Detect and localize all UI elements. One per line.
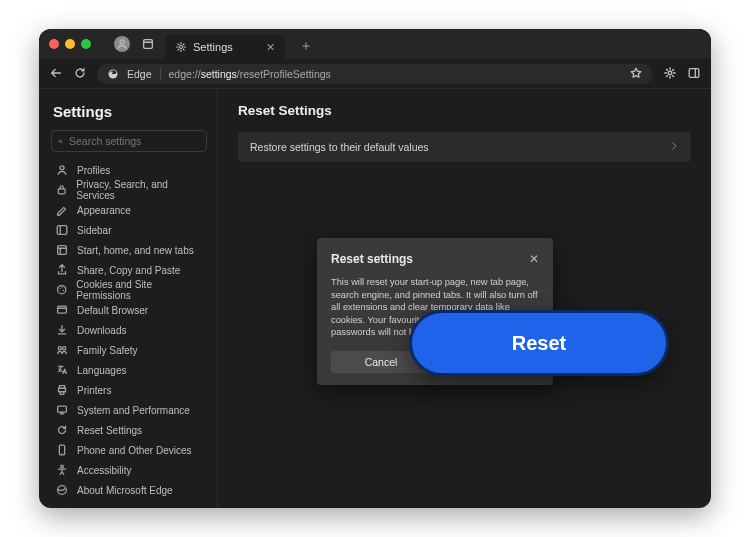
tab-close-button[interactable]: ✕ bbox=[266, 41, 275, 54]
sidebar-item-label: System and Performance bbox=[77, 405, 190, 416]
svg-rect-5 bbox=[689, 68, 699, 77]
svg-point-13 bbox=[63, 290, 64, 291]
settings-menu-button[interactable] bbox=[663, 66, 677, 82]
sidebar-item-profiles[interactable]: Profiles bbox=[51, 160, 207, 180]
start-icon bbox=[55, 243, 69, 257]
sidebar-item-label: Privacy, Search, and Services bbox=[76, 179, 203, 201]
sidebar-item-start-home-and-new-tabs[interactable]: Start, home, and new tabs bbox=[51, 240, 207, 260]
sidebar-icon bbox=[55, 223, 69, 237]
sidebar-item-phone-and-other-devices[interactable]: Phone and Other Devices bbox=[51, 440, 207, 460]
search-input[interactable] bbox=[69, 135, 200, 147]
new-tab-button[interactable]: ＋ bbox=[299, 37, 313, 55]
search-icon bbox=[58, 136, 63, 147]
back-button[interactable] bbox=[49, 66, 63, 82]
url-field[interactable]: Edge edge://settings/resetProfileSetting… bbox=[97, 64, 653, 84]
edge-icon bbox=[55, 483, 69, 497]
svg-point-21 bbox=[61, 465, 64, 468]
sidebar-item-share-copy-and-paste[interactable]: Share, Copy and Paste bbox=[51, 260, 207, 280]
svg-rect-8 bbox=[58, 189, 65, 194]
sidebar-item-label: About Microsoft Edge bbox=[77, 485, 173, 496]
sidebar-item-label: Sidebar bbox=[77, 225, 111, 236]
sidebar-item-cookies-and-site-permissions[interactable]: Cookies and Site Permissions bbox=[51, 280, 207, 300]
url-prefix: edge:// bbox=[169, 68, 201, 80]
sidebar-item-family-safety[interactable]: Family Safety bbox=[51, 340, 207, 360]
restore-defaults-label: Restore settings to their default values bbox=[250, 141, 429, 153]
sidebar-item-label: Share, Copy and Paste bbox=[77, 265, 180, 276]
sidebar-item-about-microsoft-edge[interactable]: About Microsoft Edge bbox=[51, 480, 207, 500]
system-icon bbox=[55, 403, 69, 417]
sidebar-item-printers[interactable]: Printers bbox=[51, 380, 207, 400]
phone-icon bbox=[55, 443, 69, 457]
sidebar-item-label: Cookies and Site Permissions bbox=[76, 279, 203, 301]
svg-point-20 bbox=[61, 453, 62, 454]
download-icon bbox=[55, 323, 69, 337]
svg-point-4 bbox=[668, 71, 672, 75]
reset-icon bbox=[55, 423, 69, 437]
collections-icon[interactable] bbox=[139, 35, 157, 53]
profile-icon bbox=[55, 163, 69, 177]
share-icon bbox=[55, 263, 69, 277]
restore-defaults-row[interactable]: Restore settings to their default values bbox=[238, 132, 691, 162]
gear-icon bbox=[175, 41, 187, 53]
sidebar-nav: ProfilesPrivacy, Search, and ServicesApp… bbox=[51, 160, 207, 500]
search-settings[interactable] bbox=[51, 130, 207, 152]
svg-point-16 bbox=[58, 347, 61, 350]
url-text: edge://settings/resetProfileSettings bbox=[169, 68, 331, 80]
svg-point-17 bbox=[63, 347, 66, 350]
svg-point-2 bbox=[180, 46, 183, 49]
svg-rect-9 bbox=[57, 226, 67, 235]
sidebar-item-default-browser[interactable]: Default Browser bbox=[51, 300, 207, 320]
avatar-icon[interactable] bbox=[113, 35, 131, 53]
sidebar-item-label: Family Safety bbox=[77, 345, 138, 356]
sidebar-item-label: Languages bbox=[77, 365, 127, 376]
minimize-window-button[interactable] bbox=[65, 39, 75, 49]
maximize-window-button[interactable] bbox=[81, 39, 91, 49]
url-lit: settings bbox=[201, 68, 237, 80]
url-brand: Edge bbox=[127, 68, 152, 80]
default-icon bbox=[55, 303, 69, 317]
svg-point-11 bbox=[58, 286, 66, 294]
sidebar-item-label: Appearance bbox=[77, 205, 131, 216]
svg-rect-18 bbox=[58, 406, 67, 412]
sidebar-item-label: Profiles bbox=[77, 165, 110, 176]
sidebar-item-languages[interactable]: Languages bbox=[51, 360, 207, 380]
sidebar-item-privacy-search-and-services[interactable]: Privacy, Search, and Services bbox=[51, 180, 207, 200]
sidebar-title: Settings bbox=[53, 103, 207, 120]
reset-callout-label: Reset bbox=[512, 332, 566, 355]
sidebar-item-label: Start, home, and new tabs bbox=[77, 245, 194, 256]
sidebar-item-appearance[interactable]: Appearance bbox=[51, 200, 207, 220]
tab-title: Settings bbox=[193, 41, 233, 53]
sidebar-item-sidebar[interactable]: Sidebar bbox=[51, 220, 207, 240]
settings-sidebar: Settings ProfilesPrivacy, Search, and Se… bbox=[39, 89, 217, 508]
printer-icon bbox=[55, 383, 69, 397]
sidebar-item-label: Default Browser bbox=[77, 305, 148, 316]
side-panel-button[interactable] bbox=[687, 66, 701, 82]
svg-rect-10 bbox=[58, 246, 67, 255]
url-separator bbox=[160, 68, 161, 80]
sidebar-item-system-and-performance[interactable]: System and Performance bbox=[51, 400, 207, 420]
sidebar-item-reset-settings[interactable]: Reset Settings bbox=[51, 420, 207, 440]
lock-icon bbox=[55, 183, 68, 196]
dialog-close-button[interactable]: ✕ bbox=[529, 252, 539, 266]
reload-button[interactable] bbox=[73, 66, 87, 82]
edge-logo-icon bbox=[107, 68, 119, 80]
sidebar-item-label: Phone and Other Devices bbox=[77, 445, 192, 456]
browser-window: Settings ✕ ＋ Edge edge://settings/resetP… bbox=[39, 29, 711, 508]
svg-rect-1 bbox=[144, 40, 153, 49]
svg-rect-15 bbox=[58, 306, 67, 313]
window-controls bbox=[49, 39, 91, 49]
sidebar-item-label: Downloads bbox=[77, 325, 126, 336]
cookies-icon bbox=[55, 283, 68, 296]
sidebar-item-downloads[interactable]: Downloads bbox=[51, 320, 207, 340]
accessibility-icon bbox=[55, 463, 69, 477]
reset-callout: Reset bbox=[409, 310, 669, 376]
svg-point-14 bbox=[61, 287, 62, 288]
favorite-icon[interactable] bbox=[629, 66, 643, 82]
address-bar: Edge edge://settings/resetProfileSetting… bbox=[39, 59, 711, 89]
close-window-button[interactable] bbox=[49, 39, 59, 49]
sidebar-item-label: Printers bbox=[77, 385, 111, 396]
language-icon bbox=[55, 363, 69, 377]
sidebar-item-accessibility[interactable]: Accessibility bbox=[51, 460, 207, 480]
svg-point-12 bbox=[59, 288, 60, 289]
tab-settings[interactable]: Settings ✕ bbox=[165, 35, 285, 59]
